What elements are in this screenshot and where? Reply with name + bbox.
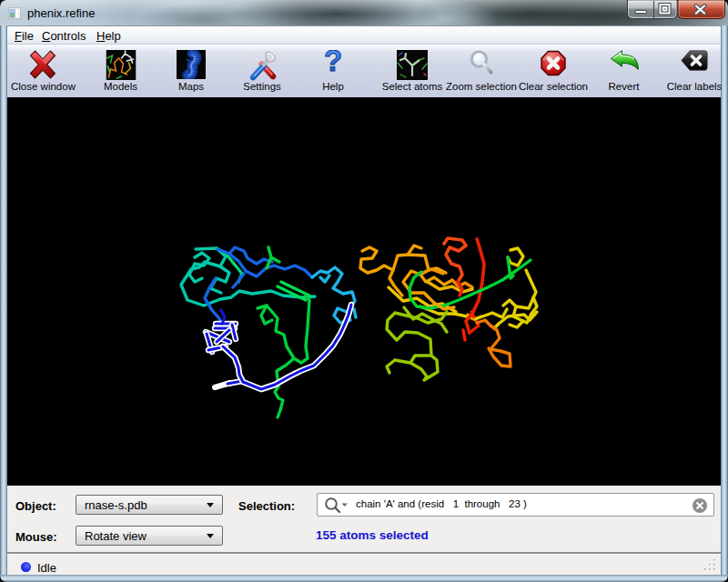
svg-text:?: ? bbox=[324, 50, 342, 76]
